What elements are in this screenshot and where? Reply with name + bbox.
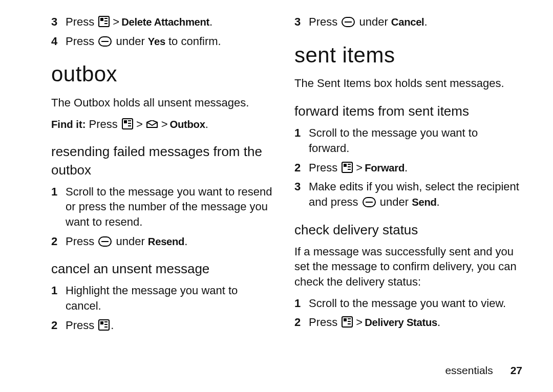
menu-key-icon bbox=[98, 16, 110, 27]
text: to confirm. bbox=[165, 35, 221, 48]
heading-cancel-unsent: cancel an unsent message bbox=[51, 260, 276, 278]
gt: > bbox=[161, 117, 168, 132]
text: under bbox=[356, 15, 391, 28]
step: 1 Scroll to the message you want to rese… bbox=[51, 184, 276, 230]
step-body: Press > Delivery Status. bbox=[309, 315, 520, 330]
action: Forward bbox=[365, 162, 405, 173]
step: 3 Press > Delete Attachment. bbox=[51, 14, 276, 30]
step-number: 3 bbox=[51, 14, 66, 30]
findit-label: Find it: bbox=[51, 119, 86, 130]
menu-key-icon bbox=[342, 316, 353, 328]
step-body: Highlight the message you want to cancel… bbox=[66, 283, 276, 313]
step-body: Scroll to the message you want to view. bbox=[309, 296, 520, 311]
step: 1 Highlight the message you want to canc… bbox=[51, 283, 276, 313]
step: 2 Press under Resend. bbox=[51, 234, 276, 249]
step: 1 Scroll to the message you want to forw… bbox=[294, 125, 520, 156]
action: Delivery Status bbox=[365, 317, 437, 328]
text: Press bbox=[66, 319, 97, 332]
step-body: Press under Resend. bbox=[66, 234, 276, 249]
step-number: 2 bbox=[294, 160, 309, 176]
step-number: 2 bbox=[51, 234, 66, 249]
step: 2 Press > Forward. bbox=[294, 160, 520, 176]
step-number: 1 bbox=[51, 283, 66, 298]
step-number: 2 bbox=[51, 318, 66, 333]
text: Press bbox=[66, 235, 97, 248]
action: Send bbox=[412, 197, 436, 208]
step-body: Scroll to the message you want to forwar… bbox=[309, 125, 520, 156]
step: 3 Press under Cancel. bbox=[294, 14, 520, 30]
text: Press bbox=[66, 35, 97, 48]
action: Yes bbox=[148, 36, 165, 47]
menu-key-icon bbox=[122, 118, 133, 129]
page: 3 Press > Delete Attachment. 4 Press und… bbox=[0, 0, 553, 392]
step: 2 Press > Delivery Status. bbox=[294, 315, 520, 330]
step: 2 Press . bbox=[51, 318, 276, 333]
step-body: Press . bbox=[66, 318, 276, 333]
text: Press bbox=[309, 15, 341, 28]
heading-check-delivery: check delivery status bbox=[294, 221, 520, 239]
step-body: Press under Cancel. bbox=[309, 14, 520, 30]
text: under bbox=[377, 195, 412, 208]
check-intro: If a message was successfully sent and y… bbox=[294, 244, 520, 290]
gt: > bbox=[356, 315, 363, 330]
find-it: Find it: Press > > Outbox. bbox=[51, 117, 276, 132]
footer-page-number: 27 bbox=[511, 364, 522, 376]
step-body: Make edits if you wish, select the recip… bbox=[309, 179, 520, 209]
sent-intro: The Sent Items box holds sent messages. bbox=[294, 76, 520, 91]
heading-forward: forward items from sent items bbox=[294, 102, 520, 120]
step-number: 4 bbox=[51, 34, 66, 49]
gt: > bbox=[136, 117, 143, 132]
step-number: 2 bbox=[294, 315, 309, 330]
text: under bbox=[113, 35, 148, 48]
step-number: 1 bbox=[294, 296, 309, 311]
softkey-icon bbox=[363, 197, 376, 207]
columns: 3 Press > Delete Attachment. 4 Press und… bbox=[51, 10, 522, 337]
gt: > bbox=[356, 160, 363, 176]
step-number: 1 bbox=[294, 125, 309, 141]
text: Press bbox=[86, 118, 120, 130]
footer-section: essentials bbox=[445, 364, 493, 376]
heading-outbox: outbox bbox=[51, 60, 276, 89]
gt: > bbox=[113, 14, 119, 30]
text: Press bbox=[309, 316, 341, 329]
text: . bbox=[111, 319, 114, 332]
text: . bbox=[184, 235, 187, 248]
heading-sent-items: sent items bbox=[294, 41, 520, 70]
text: Press bbox=[309, 161, 341, 174]
step-body: Scroll to the message you want to resend… bbox=[66, 184, 276, 230]
step-number: 3 bbox=[294, 179, 309, 194]
menu-key-icon bbox=[342, 162, 353, 173]
step-body: Press under Yes to confirm. bbox=[66, 34, 276, 49]
menu-key-icon bbox=[98, 319, 110, 331]
step-body: Press > Delete Attachment. bbox=[66, 14, 276, 30]
page-footer: essentials 27 bbox=[445, 363, 522, 378]
step-body: Press > Forward. bbox=[309, 160, 520, 176]
step: 1 Scroll to the message you want to view… bbox=[294, 296, 520, 311]
text: . bbox=[437, 195, 440, 208]
action: Cancel bbox=[391, 16, 424, 28]
softkey-icon bbox=[98, 36, 112, 47]
findit-dest: Outbox bbox=[170, 119, 205, 130]
heading-resending: resending failed messages from the outbo… bbox=[51, 143, 276, 179]
action: Resend bbox=[148, 236, 184, 247]
left-column: 3 Press > Delete Attachment. 4 Press und… bbox=[51, 10, 276, 337]
text: under bbox=[113, 235, 148, 248]
text: Press bbox=[66, 15, 97, 28]
messages-icon bbox=[146, 120, 158, 129]
softkey-icon bbox=[342, 17, 355, 27]
right-column: 3 Press under Cancel. sent items The Sen… bbox=[294, 10, 520, 337]
text: . bbox=[437, 316, 440, 329]
step-number: 3 bbox=[294, 14, 309, 30]
action: Delete Attachment bbox=[121, 16, 209, 28]
step-number: 1 bbox=[51, 184, 66, 200]
softkey-icon bbox=[98, 236, 112, 247]
step: 3 Make edits if you wish, select the rec… bbox=[294, 179, 520, 209]
text: . bbox=[424, 15, 427, 28]
outbox-intro: The Outbox holds all unsent messages. bbox=[51, 95, 276, 111]
text: . bbox=[405, 161, 408, 174]
step: 4 Press under Yes to confirm. bbox=[51, 34, 276, 49]
